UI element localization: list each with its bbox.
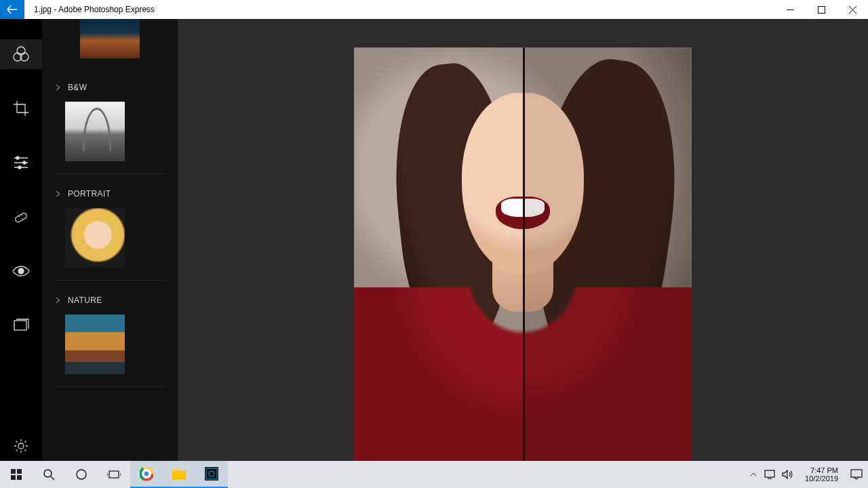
look-thumbnail-portrait[interactable] (65, 208, 125, 268)
app-body: Try Photoshop Elements Save/Share ••• (0, 19, 868, 461)
look-thumbnail-bw[interactable] (65, 102, 125, 161)
tool-redeye[interactable] (0, 256, 42, 286)
clock-time: 7:47 PM (805, 466, 838, 474)
category-header-nature[interactable]: NATURE (54, 296, 165, 305)
look-thumbnail-nature[interactable] (65, 314, 125, 374)
image-canvas[interactable] (354, 47, 692, 461)
svg-rect-17 (17, 469, 22, 474)
close-button[interactable] (837, 0, 868, 19)
svg-point-6 (17, 47, 25, 55)
start-button[interactable] (0, 461, 33, 488)
tool-crop[interactable] (0, 94, 42, 123)
canvas-area (178, 19, 868, 461)
clock-date: 10/2/2019 (805, 474, 838, 483)
category-label: B&W (68, 83, 87, 92)
svg-rect-29 (172, 471, 186, 479)
tool-border[interactable] (0, 310, 42, 340)
taskbar-app-explorer[interactable] (163, 461, 195, 488)
windows-taskbar: 7:47 PM 10/2/2019 (0, 461, 868, 488)
category-header-portrait[interactable]: PORTRAIT (54, 189, 165, 199)
svg-rect-33 (765, 470, 774, 477)
tool-heal[interactable] (0, 202, 42, 232)
svg-point-21 (77, 470, 86, 479)
taskbar-app-chrome[interactable] (130, 461, 163, 488)
settings-button[interactable] (0, 431, 42, 461)
svg-rect-16 (11, 469, 16, 474)
category-portrait: PORTRAIT (54, 174, 165, 281)
svg-rect-12 (14, 212, 28, 223)
svg-point-10 (23, 161, 26, 164)
svg-rect-19 (17, 475, 22, 480)
category-bw: B&W (54, 68, 165, 174)
window-titlebar: 1.jpg - Adobe Photoshop Express (0, 0, 868, 19)
tool-looks[interactable] (0, 39, 42, 69)
svg-point-11 (18, 166, 21, 169)
svg-rect-22 (109, 471, 119, 478)
taskbar-cortana[interactable] (65, 461, 98, 488)
look-thumbnail-top[interactable] (80, 19, 140, 58)
system-tray[interactable]: 7:47 PM 10/2/2019 (749, 466, 868, 483)
taskbar-search[interactable] (33, 461, 65, 488)
tray-network-icon[interactable] (764, 470, 775, 479)
category-header-bw[interactable]: B&W (54, 83, 165, 92)
minimize-button[interactable] (774, 0, 806, 19)
svg-rect-34 (851, 470, 862, 477)
category-label: PORTRAIT (68, 189, 111, 199)
svg-point-9 (16, 157, 19, 159)
looks-panel: B&W PORTRAIT NATURE (42, 19, 178, 461)
taskbar-app-photoshop-express[interactable] (195, 461, 228, 488)
svg-rect-30 (205, 467, 218, 481)
tray-volume-icon[interactable] (782, 470, 793, 479)
svg-rect-14 (14, 321, 26, 330)
tray-notifications-icon[interactable] (850, 469, 863, 480)
taskbar-taskview[interactable] (98, 461, 130, 488)
taskbar-clock[interactable]: 7:47 PM 10/2/2019 (800, 466, 844, 483)
maximize-button[interactable] (806, 0, 837, 19)
tool-rail (0, 19, 42, 461)
category-nature: NATURE (54, 281, 165, 387)
tool-adjust[interactable] (0, 148, 42, 178)
svg-point-20 (44, 470, 52, 477)
svg-rect-18 (11, 475, 16, 480)
svg-rect-0 (818, 6, 825, 13)
svg-point-13 (18, 268, 24, 274)
svg-point-15 (18, 443, 24, 449)
window-title: 1.jpg - Adobe Photoshop Express (24, 5, 774, 14)
back-button[interactable] (0, 0, 24, 19)
tray-chevron-up-icon[interactable] (749, 470, 757, 479)
compare-split-handle[interactable] (523, 47, 525, 461)
category-label: NATURE (68, 296, 102, 305)
